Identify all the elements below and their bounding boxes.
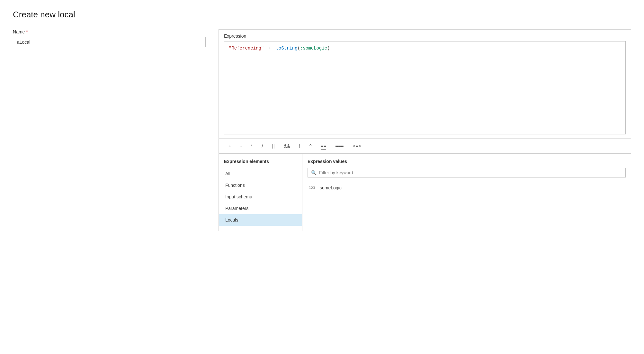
expression-editor[interactable]: "Referencing" + toString(:someLogic) [224,41,626,134]
operators-bar: + - * / || && ! ^ == === <=> [219,138,631,153]
operator-xor[interactable]: ^ [305,142,316,150]
operator-and[interactable]: && [279,142,295,150]
operator-equals[interactable]: == [316,142,331,150]
element-item-parameters[interactable]: Parameters [219,203,302,214]
operator-strict-equals[interactable]: === [331,142,348,150]
page-container: Create new local Name * Expression "Refe… [0,0,644,354]
expr-ref: :someLogic [300,46,327,51]
name-label: Name * [13,29,206,34]
left-panel: Name * [13,29,219,47]
expression-label: Expression [219,30,631,41]
expr-paren-open: ( [298,46,300,51]
search-icon: 🔍 [311,170,317,175]
element-item-all[interactable]: All [219,168,302,179]
operator-plus[interactable]: + [224,142,236,150]
expression-values-panel: Expression values 🔍 123 someLogic [302,154,631,231]
right-panel: Expression "Referencing" + toString(:som… [219,29,631,231]
operator-compare[interactable]: <=> [348,142,366,150]
element-item-locals[interactable]: Locals [219,214,302,226]
element-item-functions[interactable]: Functions [219,179,302,191]
filter-input-wrap[interactable]: 🔍 [308,168,626,177]
required-star: * [26,29,28,34]
main-layout: Name * Expression "Referencing" + toStri… [13,29,631,231]
expression-section: Expression "Referencing" + toString(:som… [219,30,631,153]
name-input[interactable] [13,37,206,47]
value-type-badge: 123 [309,186,317,190]
expression-elements-title: Expression elements [219,159,302,168]
expression-values-title: Expression values [308,159,626,164]
expression-elements-panel: Expression elements All Functions Input … [219,154,302,231]
value-item-somelogic[interactable]: 123 someLogic [308,183,626,193]
value-name: someLogic [320,185,342,190]
operator-or[interactable]: || [268,142,279,150]
page-title: Create new local [13,10,631,20]
operator-multiply[interactable]: * [246,142,257,150]
operator-divide[interactable]: / [257,142,268,150]
operator-minus[interactable]: - [236,142,246,150]
operator-not[interactable]: ! [295,142,305,150]
expr-plus: + [266,46,274,51]
expr-string: "Referencing" [229,46,264,51]
expr-paren-close: ) [327,46,330,51]
bottom-panel: Expression elements All Functions Input … [219,153,631,231]
element-item-input-schema[interactable]: Input schema [219,191,302,203]
expr-func: toString [276,46,297,51]
filter-input[interactable] [319,170,622,175]
